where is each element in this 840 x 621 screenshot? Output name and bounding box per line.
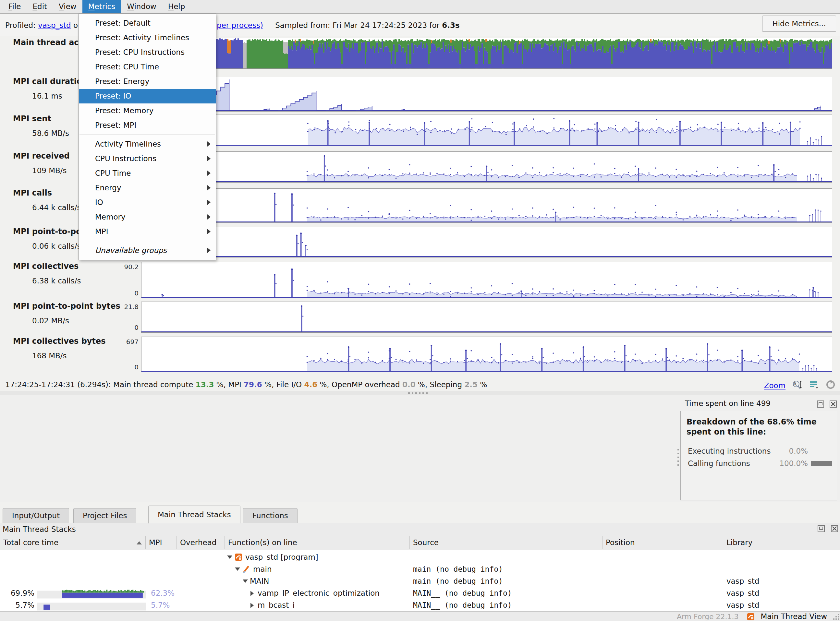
submenu-arrow-icon bbox=[207, 200, 211, 205]
stack-row-vasp-std-program[interactable]: vasp_std [program] bbox=[0, 551, 840, 563]
column-header-library[interactable]: Library bbox=[723, 536, 840, 549]
tree-caret-right[interactable] bbox=[250, 591, 254, 596]
close-icon[interactable] bbox=[829, 400, 837, 408]
float-icon[interactable] bbox=[816, 400, 825, 408]
tab-project-files[interactable]: Project Files bbox=[73, 508, 136, 523]
breakdown-row-executing-instructions: Executing instructions0.0% bbox=[688, 447, 834, 455]
axis-min-label: 0 bbox=[98, 289, 138, 297]
menu-help[interactable]: Help bbox=[162, 0, 191, 13]
library-name: vasp_std bbox=[726, 575, 759, 587]
menu-item-preset-mpi[interactable]: Preset: MPI bbox=[79, 118, 216, 133]
menu-item-preset-cpu-instructions[interactable]: Preset: CPU Instructions bbox=[79, 45, 216, 60]
chart-mpi-call-duration[interactable] bbox=[141, 77, 832, 112]
tab-input-output[interactable]: Input/Output bbox=[3, 508, 69, 523]
submenu-arrow-icon bbox=[207, 156, 211, 161]
process-count-link[interactable]: per process) bbox=[217, 21, 263, 30]
menu-file[interactable]: File bbox=[3, 0, 27, 13]
column-header-function-s-on-line[interactable]: Function(s) on line bbox=[225, 536, 410, 549]
chart-mpi-calls[interactable] bbox=[141, 188, 832, 223]
menu-item-preset-energy[interactable]: Preset: Energy bbox=[79, 74, 216, 89]
breakdown-heading: Breakdown of the 68.6% time spent on thi… bbox=[687, 417, 829, 437]
column-header-position[interactable]: Position bbox=[602, 536, 723, 549]
breakdown-label: Executing instructions bbox=[688, 447, 770, 455]
column-header-source[interactable]: Source bbox=[410, 536, 602, 549]
menu-separator bbox=[79, 135, 215, 135]
breakdown-row-calling-functions: Calling functions100.0% bbox=[688, 459, 834, 468]
tree-caret-down[interactable] bbox=[227, 556, 232, 559]
horizontal-splitter-top[interactable] bbox=[0, 391, 840, 395]
chart-mpi-received[interactable] bbox=[141, 151, 832, 183]
stack-row-vamp-ip-electronic-optimization[interactable]: 69.9%62.3%vamp_IP_electronic_optimizatio… bbox=[0, 587, 840, 599]
metric-value: 0.06 k calls/s bbox=[32, 242, 81, 250]
menu-item-activity-timelines[interactable]: Activity Timelines bbox=[79, 137, 216, 151]
stacks-table-body: vasp_std [program]mainmain (no debug inf… bbox=[0, 550, 840, 611]
chart-mpi-point-to-point[interactable] bbox=[141, 227, 832, 257]
stacks-panel-window-buttons bbox=[814, 524, 839, 535]
column-header-mpi[interactable]: MPI bbox=[146, 536, 177, 549]
column-header-overhead[interactable]: Overhead bbox=[177, 536, 225, 549]
tree-caret-down[interactable] bbox=[243, 580, 248, 583]
font-size-icon[interactable]: A bbox=[792, 380, 802, 391]
total-core-time-value: 5.7% bbox=[0, 599, 34, 611]
profiled-program-link[interactable]: vasp_std bbox=[38, 21, 71, 30]
tab-functions[interactable]: Functions bbox=[243, 508, 297, 523]
hide-metrics-button[interactable]: Hide Metrics... bbox=[762, 15, 836, 32]
tree-caret-right[interactable] bbox=[250, 603, 254, 608]
stack-row-main[interactable]: MAIN__main (no debug info)vasp_std bbox=[0, 575, 840, 587]
menu-item-mpi[interactable]: MPI bbox=[79, 224, 216, 239]
menu-edit[interactable]: Edit bbox=[27, 0, 53, 13]
menu-view[interactable]: View bbox=[53, 0, 82, 13]
chart-mpi-point-to-point-bytes[interactable] bbox=[141, 301, 832, 333]
stack-row-m-bcast-i[interactable]: 5.7%5.7%m_bcast_iMAIN__ (no debug info)v… bbox=[0, 599, 840, 611]
chart-mpi-collectives[interactable] bbox=[141, 262, 832, 298]
footer-status-bar: Arm Forge 22.1.3 Main Thread View bbox=[0, 611, 840, 621]
menu-item-energy[interactable]: Energy bbox=[79, 181, 216, 195]
menu-item-cpu-time[interactable]: CPU Time bbox=[79, 166, 216, 181]
submenu-arrow-icon bbox=[207, 229, 211, 234]
sort-ascending-icon bbox=[136, 541, 142, 544]
profiled-label: Profiled: vasp_std o bbox=[5, 21, 78, 30]
selection-range: 17:24:25-17:24:31 (6.294s): bbox=[5, 380, 113, 389]
menu-item-preset-memory[interactable]: Preset: Memory bbox=[79, 103, 216, 118]
menu-item-unavailable-groups[interactable]: Unavailable groups bbox=[79, 243, 216, 258]
close-icon[interactable] bbox=[830, 524, 839, 533]
metric-title: MPI collectives bytes bbox=[13, 336, 106, 346]
menu-metrics[interactable]: Metrics bbox=[82, 0, 121, 13]
metrics-list-icon[interactable] bbox=[809, 380, 819, 391]
submenu-arrow-icon bbox=[207, 141, 211, 147]
line-breakdown-box: Breakdown of the 68.6% time spent on thi… bbox=[680, 411, 837, 500]
reset-icon[interactable] bbox=[826, 380, 835, 391]
chart-mpi-collectives-bytes[interactable] bbox=[141, 336, 832, 372]
chart-main-thread-activity[interactable] bbox=[141, 38, 832, 69]
menu-item-io[interactable]: IO bbox=[79, 195, 216, 210]
status-value: 13.3 bbox=[196, 380, 214, 389]
core-time-sparkbar bbox=[37, 601, 146, 611]
menu-item-preset-default[interactable]: Preset: Default bbox=[79, 16, 216, 30]
breakdown-label: Calling functions bbox=[688, 459, 750, 468]
metric-value: 58.6 MB/s bbox=[32, 129, 69, 138]
thread-view-selector[interactable]: Main Thread View bbox=[761, 612, 827, 621]
tree-caret-down[interactable] bbox=[235, 568, 240, 571]
function-name: vamp_IP_electronic_optimization_ bbox=[258, 587, 383, 599]
menu-item-preset-cpu-time[interactable]: Preset: CPU Time bbox=[79, 60, 216, 74]
float-icon[interactable] bbox=[817, 524, 825, 533]
menu-item-memory[interactable]: Memory bbox=[79, 210, 216, 224]
menu-item-cpu-instructions[interactable]: CPU Instructions bbox=[79, 151, 216, 166]
zoom-link[interactable]: Zoom bbox=[764, 381, 785, 390]
source-info: MAIN__ (no debug info) bbox=[413, 587, 512, 599]
axis-min-label: 0 bbox=[98, 324, 138, 332]
resize-grip[interactable] bbox=[833, 614, 839, 620]
source-info: MAIN__ (no debug info) bbox=[413, 599, 512, 611]
column-header-total-core-time[interactable]: Total core time bbox=[0, 536, 146, 549]
profiled-detail: per process) Sampled from: Fri Mar 24 17… bbox=[217, 21, 460, 30]
library-name: vasp_std bbox=[726, 599, 759, 611]
function-name: vasp_std [program] bbox=[245, 551, 318, 563]
chart-mpi-sent[interactable] bbox=[141, 114, 832, 146]
stack-row-main[interactable]: mainmain (no debug info) bbox=[0, 563, 840, 575]
menu-item-preset-activity-timelines[interactable]: Preset: Activity Timelines bbox=[79, 30, 216, 45]
tab-main-thread-stacks[interactable]: Main Thread Stacks bbox=[148, 506, 240, 523]
bottom-tab-bar: Input/OutputProject FilesMain Thread Sta… bbox=[0, 502, 840, 523]
menu-window[interactable]: Window bbox=[121, 0, 162, 13]
app-window: FileEditViewMetricsWindowHelp Profiled: … bbox=[0, 0, 840, 621]
menu-item-preset-io[interactable]: Preset: IO bbox=[79, 89, 216, 103]
